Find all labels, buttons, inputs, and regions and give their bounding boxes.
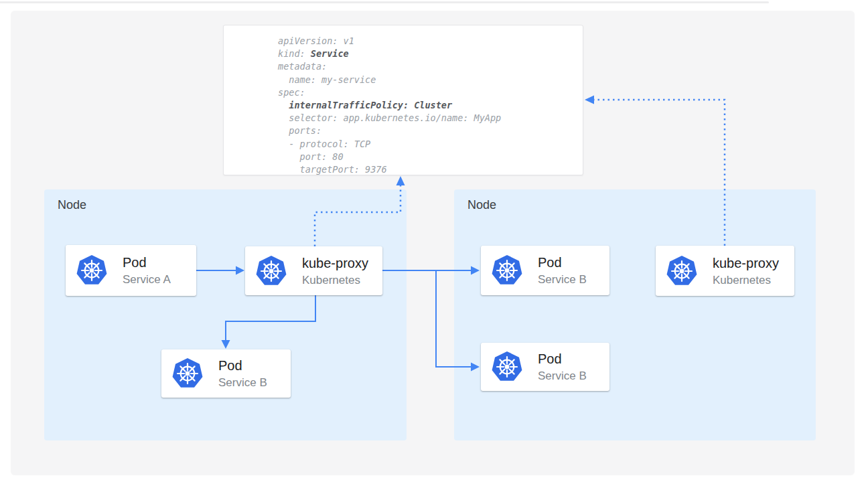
yaml-line: selector: app.kubernetes.io/name: MyApp [278, 112, 501, 125]
card-title: Pod [218, 357, 267, 375]
node-left: Node [44, 189, 407, 440]
yaml-code: apiVersion: v1kind: Servicemetadata: nam… [278, 35, 501, 176]
pod-service-a-card: Pod Service A [66, 245, 196, 296]
service-yaml-card: apiVersion: v1kind: Servicemetadata: nam… [223, 25, 583, 175]
kubernetes-icon [171, 357, 204, 390]
yaml-line: spec: [278, 86, 501, 99]
card-title: Pod [538, 254, 587, 272]
kube-proxy-left-card: kube-proxy Kubernetes [245, 246, 382, 295]
yaml-line: metadata: [278, 60, 501, 73]
kubernetes-icon [76, 254, 108, 287]
yaml-line: - protocol: TCP [278, 138, 501, 151]
yaml-line: name: my-service [278, 74, 501, 86]
card-title: kube-proxy [713, 254, 779, 272]
pod-service-b-right-top-card: Pod Service B [481, 246, 609, 295]
card-subtitle: Service B [218, 375, 267, 390]
card-title: Pod [538, 350, 587, 368]
card-title: Pod [123, 254, 171, 272]
yaml-line: targetPort: 9376 [278, 163, 501, 176]
card-subtitle: Service B [538, 272, 587, 287]
yaml-line: internalTrafficPolicy: Cluster [278, 99, 501, 112]
card-title: kube-proxy [302, 254, 368, 272]
pod-service-b-left-card: Pod Service B [161, 349, 291, 398]
pod-service-b-right-bottom-card: Pod Service B [481, 343, 609, 391]
yaml-line: port: 80 [278, 151, 501, 163]
kubernetes-icon [255, 255, 287, 287]
top-divider [0, 1, 769, 3]
kubernetes-icon [491, 351, 523, 383]
card-subtitle: Service A [123, 272, 171, 287]
node-label: Node [467, 197, 496, 213]
node-label: Node [58, 197, 86, 213]
card-subtitle: Service B [538, 368, 587, 384]
card-subtitle: Kubernetes [302, 272, 368, 288]
node-right: Node [454, 189, 816, 440]
kube-proxy-right-card: kube-proxy Kubernetes [656, 246, 794, 296]
kubernetes-icon [491, 254, 523, 287]
card-subtitle: Kubernetes [713, 272, 779, 288]
yaml-line: apiVersion: v1 [278, 35, 501, 48]
kubernetes-icon [666, 255, 698, 287]
yaml-line: kind: Service [278, 48, 501, 60]
yaml-line: ports: [278, 125, 501, 137]
